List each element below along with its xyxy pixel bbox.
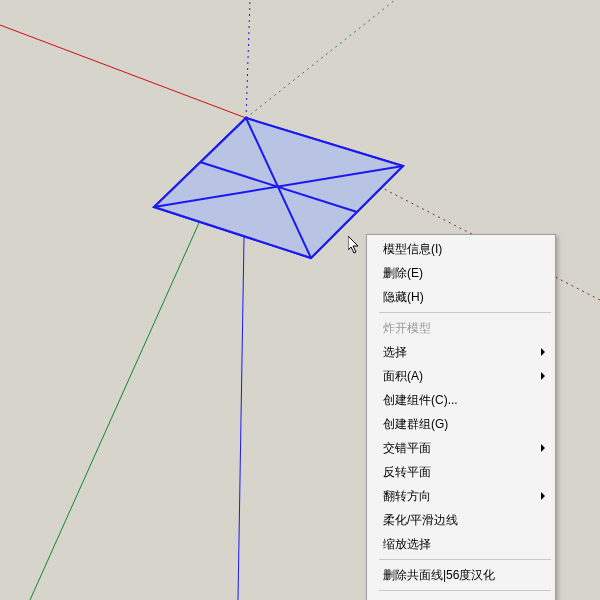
- context-menu[interactable]: 模型信息(I)删除(E)隐藏(H)炸开模型选择面积(A)创建组件(C)...创建…: [366, 234, 556, 600]
- menu-separator: [379, 590, 551, 591]
- menu-item-label: 隐藏(H): [383, 290, 424, 304]
- menu-item-4[interactable]: 选择: [369, 340, 553, 364]
- menu-item-label: 柔化/平滑边线: [383, 513, 458, 527]
- menu-item-label: 删除共面线|56度汉化: [383, 568, 495, 582]
- menu-item-label: 面积(A): [383, 369, 423, 383]
- menu-item-11[interactable]: 柔化/平滑边线: [369, 508, 553, 532]
- menu-item-label: 模型信息(I): [383, 242, 442, 256]
- submenu-arrow-icon: [541, 444, 545, 452]
- menu-item-12[interactable]: 缩放选择: [369, 532, 553, 556]
- menu-item-label: 反转平面: [383, 465, 431, 479]
- submenu-arrow-icon: [541, 492, 545, 500]
- menu-item-label: 交错平面: [383, 441, 431, 455]
- menu-item-label: 缩放选择: [383, 537, 431, 551]
- menu-item-14[interactable]: 添加照片纹理...: [369, 594, 553, 600]
- menu-item-label: 翻转方向: [383, 489, 431, 503]
- menu-item-6[interactable]: 创建组件(C)...: [369, 388, 553, 412]
- menu-item-2[interactable]: 隐藏(H): [369, 285, 553, 309]
- axis-red: [0, 25, 246, 118]
- menu-separator: [379, 312, 551, 313]
- menu-item-3: 炸开模型: [369, 316, 553, 340]
- axis-green-dash: [246, 0, 395, 118]
- menu-item-label: 创建群组(G): [383, 417, 448, 431]
- axis-blue-up: [246, 0, 250, 118]
- menu-item-label: 炸开模型: [383, 321, 431, 335]
- menu-item-label: 选择: [383, 345, 407, 359]
- menu-item-7[interactable]: 创建群组(G): [369, 412, 553, 436]
- menu-separator: [379, 559, 551, 560]
- menu-item-0[interactable]: 模型信息(I): [369, 237, 553, 261]
- submenu-arrow-icon: [541, 372, 545, 380]
- menu-item-9[interactable]: 反转平面: [369, 460, 553, 484]
- menu-item-10[interactable]: 翻转方向: [369, 484, 553, 508]
- menu-item-8[interactable]: 交错平面: [369, 436, 553, 460]
- modeling-viewport[interactable]: 模型信息(I)删除(E)隐藏(H)炸开模型选择面积(A)创建组件(C)...创建…: [0, 0, 600, 600]
- menu-item-1[interactable]: 删除(E): [369, 261, 553, 285]
- menu-item-5[interactable]: 面积(A): [369, 364, 553, 388]
- menu-item-label: 删除(E): [383, 266, 423, 280]
- submenu-arrow-icon: [541, 348, 545, 356]
- menu-item-13[interactable]: 删除共面线|56度汉化: [369, 563, 553, 587]
- menu-item-label: 创建组件(C)...: [383, 393, 458, 407]
